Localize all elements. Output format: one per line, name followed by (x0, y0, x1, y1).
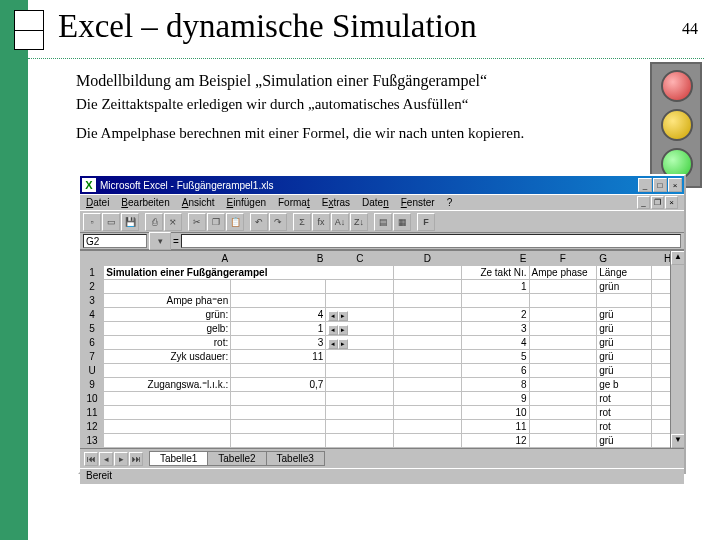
menu-daten[interactable]: Daten (362, 197, 389, 208)
menu-format[interactable]: Format (278, 197, 310, 208)
row-header[interactable]: U (81, 364, 104, 378)
row-header[interactable]: 11 (81, 406, 104, 420)
cell[interactable]: grü (597, 322, 652, 336)
col-header-C[interactable]: C (326, 252, 394, 266)
toolbar-print-icon[interactable]: ⎙ (145, 213, 163, 231)
cell[interactable]: rot (597, 420, 652, 434)
row-header[interactable]: 4 (81, 308, 104, 322)
sheet-tab-3[interactable]: Tabelle3 (266, 451, 325, 466)
sheet-tab-1[interactable]: Tabelle1 (149, 451, 208, 466)
tab-prev-icon[interactable]: ◂ (99, 452, 113, 466)
cell[interactable]: ge b (597, 378, 652, 392)
toolbar-fx-icon[interactable]: fx (312, 213, 330, 231)
row-header[interactable]: 10 (81, 392, 104, 406)
toolbar-open-icon[interactable]: ▭ (102, 213, 120, 231)
cell[interactable]: Ampe pha⁼en (104, 294, 231, 308)
cell[interactable]: rot: (104, 336, 231, 350)
col-header-B[interactable]: B (231, 252, 326, 266)
tab-last-icon[interactable]: ⏭ (129, 452, 143, 466)
cell[interactable]: gelb: (104, 322, 231, 336)
cell[interactable]: grün (597, 280, 652, 294)
toolbar-preview-icon[interactable]: ⤧ (164, 213, 182, 231)
cell[interactable]: 9 (461, 392, 529, 406)
name-box[interactable] (83, 234, 147, 248)
toolbar-save-icon[interactable]: 💾 (121, 213, 139, 231)
menu-bearbeiten[interactable]: Bearbeiten (121, 197, 169, 208)
minimize-button[interactable]: _ (638, 178, 652, 192)
col-header-D[interactable]: D (394, 252, 462, 266)
scroll-down-icon[interactable]: ▼ (671, 434, 684, 448)
cell[interactable]: grü (597, 434, 652, 448)
tab-first-icon[interactable]: ⏮ (84, 452, 98, 466)
cell[interactable]: 3 (231, 336, 326, 350)
cell[interactable]: Ampe phase (529, 266, 597, 280)
toolbar-bold-icon[interactable]: F (417, 213, 435, 231)
menu-help[interactable]: ? (447, 197, 453, 208)
doc-close-button[interactable]: × (665, 196, 678, 209)
toolbar-copy-icon[interactable]: ❐ (207, 213, 225, 231)
cell[interactable]: 4 (461, 336, 529, 350)
col-header-E[interactable]: E (461, 252, 529, 266)
spinner-rot[interactable]: ◂▸ (328, 337, 352, 349)
cell[interactable]: Ze takt Nı. (461, 266, 529, 280)
fx-dropdown-icon[interactable]: ▾ (149, 232, 171, 250)
toolbar-new-icon[interactable]: ▫ (83, 213, 101, 231)
scroll-up-icon[interactable]: ▲ (671, 251, 684, 265)
cell[interactable]: Zugangswa.⁼l.ı.k.: (104, 378, 231, 392)
row-header[interactable]: 13 (81, 434, 104, 448)
menu-datei[interactable]: DDateiatei (86, 197, 109, 208)
col-header-F[interactable]: F (529, 252, 597, 266)
row-header[interactable]: 1 (81, 266, 104, 280)
row-header[interactable]: 12 (81, 420, 104, 434)
cell[interactable]: 1 (461, 280, 529, 294)
cell[interactable]: Zyk usdauer: (104, 350, 231, 364)
cell[interactable]: 5 (461, 350, 529, 364)
menu-einfuegen[interactable]: Einfügen (227, 197, 266, 208)
cell[interactable]: 1 (231, 322, 326, 336)
sheet-tab-2[interactable]: Tabelle2 (207, 451, 266, 466)
cell[interactable]: 11 (231, 350, 326, 364)
cell[interactable]: Länge (597, 266, 652, 280)
toolbar-sum-icon[interactable]: Σ (293, 213, 311, 231)
doc-minimize-button[interactable]: _ (637, 196, 650, 209)
row-header[interactable]: 6 (81, 336, 104, 350)
menu-ansicht[interactable]: Ansicht (182, 197, 215, 208)
cell[interactable]: 6 (461, 364, 529, 378)
menu-extras[interactable]: Extras (322, 197, 350, 208)
cell[interactable]: grü (597, 308, 652, 322)
cell[interactable]: 10 (461, 406, 529, 420)
row-header[interactable]: 3 (81, 294, 104, 308)
select-all-cell[interactable] (81, 252, 104, 266)
toolbar-sort-asc-icon[interactable]: A↓ (331, 213, 349, 231)
cell[interactable]: 12 (461, 434, 529, 448)
spreadsheet-grid[interactable]: A B C D E F G H 1Simulation einer Fußgän… (80, 250, 684, 448)
cell[interactable]: rot (597, 406, 652, 420)
toolbar-cut-icon[interactable]: ✂ (188, 213, 206, 231)
row-header[interactable]: 9 (81, 378, 104, 392)
toolbar-redo-icon[interactable]: ↷ (269, 213, 287, 231)
tab-next-icon[interactable]: ▸ (114, 452, 128, 466)
toolbar-chart-icon[interactable]: ▤ (374, 213, 392, 231)
col-header-A[interactable]: A (104, 252, 231, 266)
maximize-button[interactable]: □ (653, 178, 667, 192)
formula-input[interactable] (181, 234, 681, 248)
doc-restore-button[interactable]: ❐ (651, 196, 664, 209)
cell[interactable]: 3 (461, 322, 529, 336)
cell[interactable]: 4 (231, 308, 326, 322)
menu-fenster[interactable]: Fenster (401, 197, 435, 208)
cell[interactable]: grün: (104, 308, 231, 322)
toolbar-map-icon[interactable]: ▦ (393, 213, 411, 231)
cell[interactable]: rot (597, 392, 652, 406)
vertical-scrollbar[interactable]: ▲ ▼ (670, 251, 684, 448)
toolbar-sort-desc-icon[interactable]: Z↓ (350, 213, 368, 231)
row-header[interactable]: 5 (81, 322, 104, 336)
toolbar-undo-icon[interactable]: ↶ (250, 213, 268, 231)
row-header[interactable]: 2 (81, 280, 104, 294)
cell[interactable]: grü (597, 336, 652, 350)
cell[interactable]: Simulation einer Fußgängerampel (104, 266, 394, 280)
cell[interactable]: 2 (461, 308, 529, 322)
cell[interactable]: 11 (461, 420, 529, 434)
spinner-gruen[interactable]: ◂▸ (328, 309, 352, 321)
col-header-G[interactable]: G (597, 252, 652, 266)
spinner-gelb[interactable]: ◂▸ (328, 323, 352, 335)
